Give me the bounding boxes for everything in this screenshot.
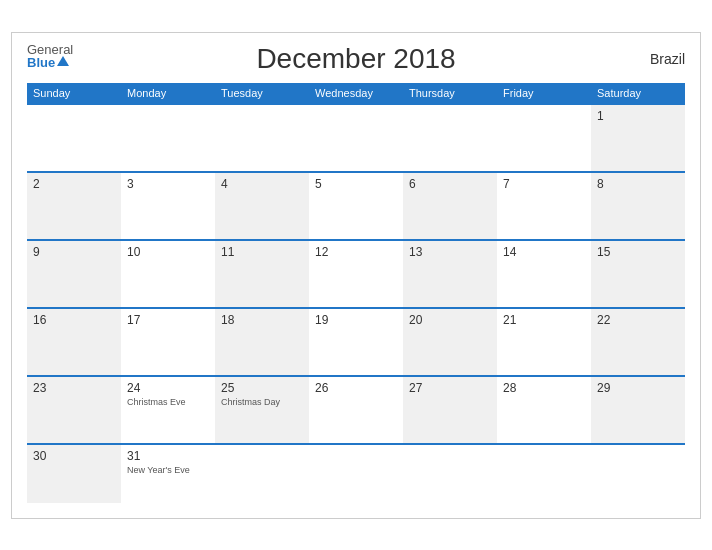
day-number: 17 xyxy=(127,313,209,327)
day-cell: 30 xyxy=(27,445,121,503)
day-cell xyxy=(403,105,497,171)
day-cell: 23 xyxy=(27,377,121,443)
day-cell: 9 xyxy=(27,241,121,307)
day-cell xyxy=(27,105,121,171)
day-cell: 25Christmas Day xyxy=(215,377,309,443)
day-number: 7 xyxy=(503,177,585,191)
day-header-sunday: Sunday xyxy=(27,83,121,103)
day-cell: 14 xyxy=(497,241,591,307)
day-cell: 22 xyxy=(591,309,685,375)
day-number: 16 xyxy=(33,313,115,327)
day-cell: 15 xyxy=(591,241,685,307)
week-row-0: 1 xyxy=(27,103,685,171)
day-number: 19 xyxy=(315,313,397,327)
calendar-title: December 2018 xyxy=(256,43,455,75)
day-number: 6 xyxy=(409,177,491,191)
day-cell xyxy=(497,445,591,503)
week-row-4: 2324Christmas Eve25Christmas Day26272829 xyxy=(27,375,685,443)
day-number: 9 xyxy=(33,245,115,259)
day-number: 28 xyxy=(503,381,585,395)
day-header-wednesday: Wednesday xyxy=(309,83,403,103)
day-headers-row: SundayMondayTuesdayWednesdayThursdayFrid… xyxy=(27,83,685,103)
weeks-grid: 123456789101112131415161718192021222324C… xyxy=(27,103,685,503)
logo-blue-row: Blue xyxy=(27,56,73,69)
day-header-tuesday: Tuesday xyxy=(215,83,309,103)
calendar-header: General Blue December 2018 Brazil xyxy=(27,43,685,75)
logo-triangle-icon xyxy=(57,56,69,66)
day-cell: 26 xyxy=(309,377,403,443)
day-header-saturday: Saturday xyxy=(591,83,685,103)
day-number: 1 xyxy=(597,109,679,123)
day-cell: 31New Year's Eve xyxy=(121,445,215,503)
day-number: 15 xyxy=(597,245,679,259)
day-cell: 5 xyxy=(309,173,403,239)
day-cell: 4 xyxy=(215,173,309,239)
day-cell: 28 xyxy=(497,377,591,443)
day-cell: 21 xyxy=(497,309,591,375)
day-cell: 1 xyxy=(591,105,685,171)
holiday-name: Christmas Eve xyxy=(127,397,209,407)
day-number: 31 xyxy=(127,449,209,463)
day-number: 29 xyxy=(597,381,679,395)
day-header-thursday: Thursday xyxy=(403,83,497,103)
day-cell xyxy=(403,445,497,503)
day-number: 21 xyxy=(503,313,585,327)
logo-general-text: General xyxy=(27,43,73,56)
day-cell xyxy=(591,445,685,503)
logo-blue-text: Blue xyxy=(27,56,55,69)
day-cell: 13 xyxy=(403,241,497,307)
week-row-2: 9101112131415 xyxy=(27,239,685,307)
day-cell: 6 xyxy=(403,173,497,239)
day-number: 30 xyxy=(33,449,115,463)
day-cell xyxy=(309,105,403,171)
day-number: 11 xyxy=(221,245,303,259)
day-cell: 8 xyxy=(591,173,685,239)
week-row-1: 2345678 xyxy=(27,171,685,239)
day-number: 13 xyxy=(409,245,491,259)
day-number: 14 xyxy=(503,245,585,259)
day-number: 12 xyxy=(315,245,397,259)
day-header-friday: Friday xyxy=(497,83,591,103)
day-number: 10 xyxy=(127,245,209,259)
day-cell: 12 xyxy=(309,241,403,307)
day-cell xyxy=(309,445,403,503)
calendar-container: General Blue December 2018 Brazil Sunday… xyxy=(11,32,701,519)
day-number: 20 xyxy=(409,313,491,327)
day-number: 8 xyxy=(597,177,679,191)
day-number: 26 xyxy=(315,381,397,395)
day-cell: 19 xyxy=(309,309,403,375)
day-cell xyxy=(121,105,215,171)
day-cell: 17 xyxy=(121,309,215,375)
day-cell: 3 xyxy=(121,173,215,239)
day-cell: 10 xyxy=(121,241,215,307)
holiday-name: Christmas Day xyxy=(221,397,303,407)
day-cell: 20 xyxy=(403,309,497,375)
day-cell: 2 xyxy=(27,173,121,239)
week-row-3: 16171819202122 xyxy=(27,307,685,375)
day-number: 23 xyxy=(33,381,115,395)
day-cell xyxy=(215,105,309,171)
day-cell: 24Christmas Eve xyxy=(121,377,215,443)
week-row-5: 3031New Year's Eve xyxy=(27,443,685,503)
holiday-name: New Year's Eve xyxy=(127,465,209,475)
day-number: 3 xyxy=(127,177,209,191)
day-number: 27 xyxy=(409,381,491,395)
day-cell: 29 xyxy=(591,377,685,443)
day-cell xyxy=(497,105,591,171)
day-number: 24 xyxy=(127,381,209,395)
day-number: 4 xyxy=(221,177,303,191)
day-cell: 18 xyxy=(215,309,309,375)
day-cell: 16 xyxy=(27,309,121,375)
day-header-monday: Monday xyxy=(121,83,215,103)
country-label: Brazil xyxy=(650,51,685,67)
logo: General Blue xyxy=(27,43,73,69)
day-number: 25 xyxy=(221,381,303,395)
day-number: 5 xyxy=(315,177,397,191)
day-number: 2 xyxy=(33,177,115,191)
day-cell xyxy=(215,445,309,503)
day-number: 18 xyxy=(221,313,303,327)
day-number: 22 xyxy=(597,313,679,327)
day-cell: 11 xyxy=(215,241,309,307)
day-cell: 27 xyxy=(403,377,497,443)
day-cell: 7 xyxy=(497,173,591,239)
